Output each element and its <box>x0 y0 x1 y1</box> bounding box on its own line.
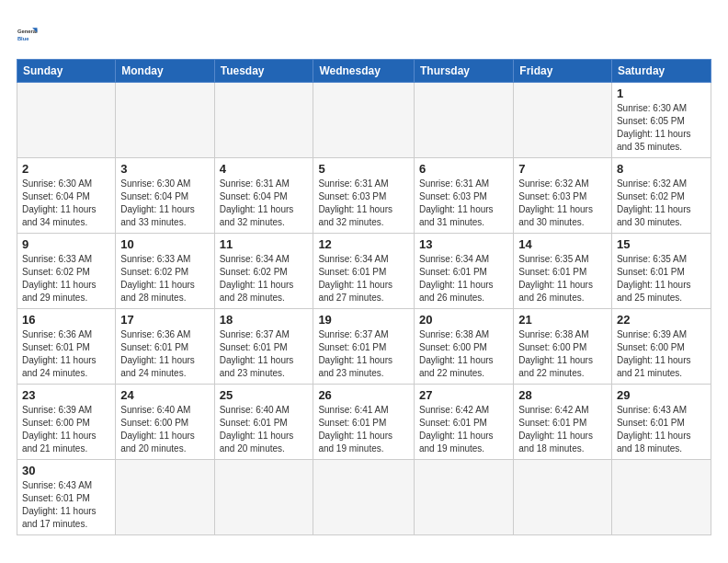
calendar-cell <box>514 83 612 158</box>
day-number: 30 <box>22 464 110 477</box>
day-number: 9 <box>22 237 110 251</box>
calendar-cell <box>17 83 116 158</box>
calendar-week-5: 30Sunrise: 6:43 AM Sunset: 6:01 PM Dayli… <box>17 460 711 535</box>
calendar-cell: 2Sunrise: 6:30 AM Sunset: 6:04 PM Daylig… <box>17 158 116 234</box>
day-number: 13 <box>419 237 508 251</box>
calendar-cell: 25Sunrise: 6:40 AM Sunset: 6:01 PM Dayli… <box>214 385 313 460</box>
calendar-cell <box>116 460 214 535</box>
day-info: Sunrise: 6:38 AM Sunset: 6:00 PM Dayligh… <box>518 328 607 380</box>
calendar-cell: 8Sunrise: 6:32 AM Sunset: 6:02 PM Daylig… <box>611 158 711 234</box>
calendar-cell: 30Sunrise: 6:43 AM Sunset: 6:01 PM Dayli… <box>17 460 116 535</box>
day-info: Sunrise: 6:42 AM Sunset: 6:01 PM Dayligh… <box>518 404 607 455</box>
calendar-cell: 9Sunrise: 6:33 AM Sunset: 6:02 PM Daylig… <box>17 234 116 309</box>
day-number: 16 <box>22 313 110 327</box>
day-number: 4 <box>220 162 309 176</box>
calendar-cell <box>116 83 214 158</box>
calendar-cell: 3Sunrise: 6:30 AM Sunset: 6:04 PM Daylig… <box>116 158 214 234</box>
day-info: Sunrise: 6:30 AM Sunset: 6:04 PM Dayligh… <box>120 178 209 229</box>
day-number: 20 <box>419 313 508 327</box>
calendar-cell: 23Sunrise: 6:39 AM Sunset: 6:00 PM Dayli… <box>17 385 116 460</box>
day-number: 22 <box>617 313 706 327</box>
day-number: 21 <box>518 313 607 327</box>
day-info: Sunrise: 6:43 AM Sunset: 6:01 PM Dayligh… <box>22 479 110 531</box>
page: General Blue SundayMondayTuesdayWednesda… <box>0 0 728 545</box>
day-info: Sunrise: 6:36 AM Sunset: 6:01 PM Dayligh… <box>120 328 209 380</box>
weekday-header-saturday: Saturday <box>611 60 711 83</box>
day-number: 11 <box>220 237 309 251</box>
calendar-week-4: 23Sunrise: 6:39 AM Sunset: 6:00 PM Dayli… <box>17 385 711 460</box>
day-number: 5 <box>318 162 409 176</box>
calendar-cell <box>313 83 415 158</box>
day-info: Sunrise: 6:34 AM Sunset: 6:01 PM Dayligh… <box>419 253 508 304</box>
day-number: 23 <box>22 388 110 402</box>
calendar-cell: 15Sunrise: 6:35 AM Sunset: 6:01 PM Dayli… <box>611 234 711 309</box>
day-info: Sunrise: 6:34 AM Sunset: 6:02 PM Dayligh… <box>220 253 309 304</box>
calendar-cell: 21Sunrise: 6:38 AM Sunset: 6:00 PM Dayli… <box>514 309 612 385</box>
calendar-cell: 17Sunrise: 6:36 AM Sunset: 6:01 PM Dayli… <box>116 309 214 385</box>
day-info: Sunrise: 6:30 AM Sunset: 6:04 PM Dayligh… <box>22 178 110 229</box>
logo: General Blue <box>17 17 50 50</box>
day-info: Sunrise: 6:35 AM Sunset: 6:01 PM Dayligh… <box>518 253 607 304</box>
day-number: 7 <box>518 162 607 176</box>
day-info: Sunrise: 6:39 AM Sunset: 6:00 PM Dayligh… <box>22 404 110 455</box>
svg-text:Blue: Blue <box>17 36 29 41</box>
calendar-cell: 7Sunrise: 6:32 AM Sunset: 6:03 PM Daylig… <box>514 158 612 234</box>
day-info: Sunrise: 6:34 AM Sunset: 6:01 PM Dayligh… <box>318 253 409 304</box>
calendar-cell: 16Sunrise: 6:36 AM Sunset: 6:01 PM Dayli… <box>17 309 116 385</box>
day-number: 12 <box>318 237 409 251</box>
day-info: Sunrise: 6:32 AM Sunset: 6:03 PM Dayligh… <box>518 178 607 229</box>
day-number: 8 <box>617 162 706 176</box>
calendar-cell <box>514 460 612 535</box>
calendar-cell: 19Sunrise: 6:37 AM Sunset: 6:01 PM Dayli… <box>313 309 415 385</box>
calendar-week-2: 9Sunrise: 6:33 AM Sunset: 6:02 PM Daylig… <box>17 234 711 309</box>
day-number: 29 <box>617 388 706 402</box>
day-number: 18 <box>220 313 309 327</box>
calendar-cell: 13Sunrise: 6:34 AM Sunset: 6:01 PM Dayli… <box>414 234 513 309</box>
day-info: Sunrise: 6:40 AM Sunset: 6:00 PM Dayligh… <box>120 404 209 455</box>
calendar-cell: 22Sunrise: 6:39 AM Sunset: 6:00 PM Dayli… <box>611 309 711 385</box>
logo-icon: General Blue <box>17 17 50 50</box>
day-info: Sunrise: 6:41 AM Sunset: 6:01 PM Dayligh… <box>318 404 409 455</box>
day-number: 27 <box>419 388 508 402</box>
day-info: Sunrise: 6:33 AM Sunset: 6:02 PM Dayligh… <box>22 253 110 304</box>
calendar-cell <box>214 83 313 158</box>
weekday-header-monday: Monday <box>116 60 214 83</box>
day-info: Sunrise: 6:31 AM Sunset: 6:04 PM Dayligh… <box>220 178 309 229</box>
calendar-cell: 5Sunrise: 6:31 AM Sunset: 6:03 PM Daylig… <box>313 158 415 234</box>
day-info: Sunrise: 6:30 AM Sunset: 6:05 PM Dayligh… <box>617 102 706 154</box>
day-number: 1 <box>617 86 706 100</box>
day-number: 24 <box>120 388 209 402</box>
calendar-cell: 18Sunrise: 6:37 AM Sunset: 6:01 PM Dayli… <box>214 309 313 385</box>
calendar-cell: 6Sunrise: 6:31 AM Sunset: 6:03 PM Daylig… <box>414 158 513 234</box>
day-number: 14 <box>518 237 607 251</box>
day-info: Sunrise: 6:40 AM Sunset: 6:01 PM Dayligh… <box>220 404 309 455</box>
weekday-header-friday: Friday <box>514 60 612 83</box>
calendar-cell: 29Sunrise: 6:43 AM Sunset: 6:01 PM Dayli… <box>611 385 711 460</box>
calendar-cell: 26Sunrise: 6:41 AM Sunset: 6:01 PM Dayli… <box>313 385 415 460</box>
day-info: Sunrise: 6:42 AM Sunset: 6:01 PM Dayligh… <box>419 404 508 455</box>
day-info: Sunrise: 6:37 AM Sunset: 6:01 PM Dayligh… <box>318 328 409 380</box>
calendar-cell: 20Sunrise: 6:38 AM Sunset: 6:00 PM Dayli… <box>414 309 513 385</box>
day-number: 17 <box>120 313 209 327</box>
calendar-cell: 27Sunrise: 6:42 AM Sunset: 6:01 PM Dayli… <box>414 385 513 460</box>
weekday-header-thursday: Thursday <box>414 60 513 83</box>
calendar-cell <box>414 83 513 158</box>
calendar-week-1: 2Sunrise: 6:30 AM Sunset: 6:04 PM Daylig… <box>17 158 711 234</box>
calendar-cell <box>313 460 415 535</box>
day-info: Sunrise: 6:35 AM Sunset: 6:01 PM Dayligh… <box>617 253 706 304</box>
day-number: 15 <box>617 237 706 251</box>
day-info: Sunrise: 6:36 AM Sunset: 6:01 PM Dayligh… <box>22 328 110 380</box>
day-number: 19 <box>318 313 409 327</box>
calendar-cell: 28Sunrise: 6:42 AM Sunset: 6:01 PM Dayli… <box>514 385 612 460</box>
calendar-cell: 10Sunrise: 6:33 AM Sunset: 6:02 PM Dayli… <box>116 234 214 309</box>
calendar-week-3: 16Sunrise: 6:36 AM Sunset: 6:01 PM Dayli… <box>17 309 711 385</box>
calendar-cell <box>414 460 513 535</box>
day-info: Sunrise: 6:43 AM Sunset: 6:01 PM Dayligh… <box>617 404 706 455</box>
day-info: Sunrise: 6:33 AM Sunset: 6:02 PM Dayligh… <box>120 253 209 304</box>
weekday-header-tuesday: Tuesday <box>214 60 313 83</box>
day-number: 25 <box>220 388 309 402</box>
calendar-cell <box>214 460 313 535</box>
day-info: Sunrise: 6:37 AM Sunset: 6:01 PM Dayligh… <box>220 328 309 380</box>
calendar-cell: 14Sunrise: 6:35 AM Sunset: 6:01 PM Dayli… <box>514 234 612 309</box>
calendar-week-0: 1Sunrise: 6:30 AM Sunset: 6:05 PM Daylig… <box>17 83 711 158</box>
